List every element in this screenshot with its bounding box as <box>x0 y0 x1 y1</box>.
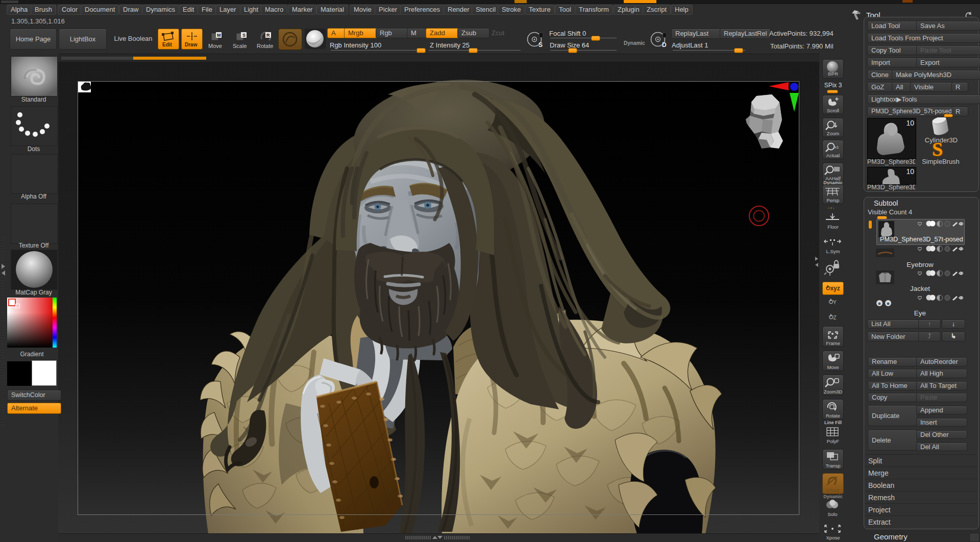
svg-text:S: S <box>538 41 543 48</box>
svg-text:D: D <box>662 41 667 48</box>
svg-text:S: S <box>242 33 246 38</box>
svg-text:M: M <box>217 33 221 38</box>
svg-text:x1: x1 <box>835 145 839 150</box>
svg-text:Edit: Edit <box>162 42 173 47</box>
svg-text:Draw: Draw <box>185 42 198 47</box>
svg-text:R: R <box>266 33 270 38</box>
